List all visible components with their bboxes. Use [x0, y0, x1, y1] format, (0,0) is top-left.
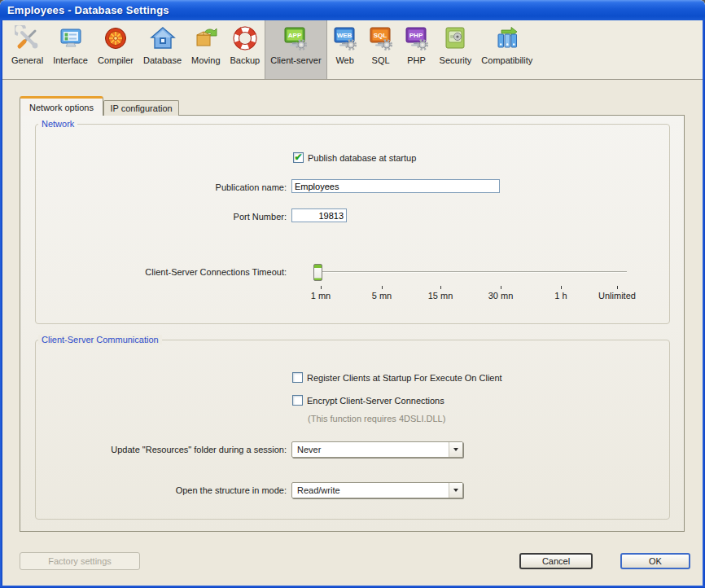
database-settings-dialog: Employees - Database Settings General — [0, 0, 705, 588]
cancel-label: Cancel — [542, 556, 570, 566]
window-border-left — [0, 18, 2, 588]
dropdown-value: Never — [292, 445, 449, 454]
checkmark-icon: ✔ — [294, 152, 302, 162]
web-server-icon: WEB — [332, 25, 358, 51]
communication-group-title: Client-Server Communication — [38, 335, 162, 344]
tab-label: IP configuration — [110, 103, 172, 113]
toolbar-button-backup[interactable]: Backup — [226, 20, 265, 79]
house-icon — [150, 25, 176, 51]
timeout-label: Client-Server Connections Timeout: — [106, 267, 287, 277]
toolbar-label: PHP — [407, 55, 426, 65]
tab-ip-configuration[interactable]: IP configuration — [103, 100, 179, 116]
timeout-slider-thumb[interactable] — [313, 264, 322, 281]
encrypt-connections-label: Encrypt Client-Server Connections — [307, 396, 444, 406]
publication-name-input[interactable] — [291, 179, 500, 193]
svg-text:WEB: WEB — [336, 32, 352, 39]
slider-tick-label: 5 mn — [349, 291, 414, 301]
svg-text:APP: APP — [288, 32, 302, 39]
factory-settings-label: Factory settings — [48, 556, 112, 566]
encrypt-requirement-note: (This function requires 4DSLI.DLL) — [308, 414, 445, 423]
toolbar-label: Compatibility — [481, 55, 532, 65]
moving-box-icon — [193, 25, 219, 51]
register-clients-checkbox[interactable] — [292, 372, 303, 383]
dropdown-button[interactable] — [449, 442, 462, 457]
tab-label: Network options — [29, 103, 94, 112]
toolbar-button-compiler[interactable]: Compiler — [93, 20, 138, 79]
lifebuoy-icon — [232, 25, 258, 51]
svg-text:PHP: PHP — [409, 32, 423, 39]
toolbar-label: Moving — [191, 55, 220, 65]
toolbar-button-interface[interactable]: Interface — [48, 20, 93, 79]
toolbar-button-compatibility[interactable]: Compatibility — [476, 20, 537, 79]
chevron-down-icon — [453, 489, 458, 492]
toolbar-button-sql[interactable]: SQL SQL — [363, 20, 399, 79]
php-server-icon: PHP — [404, 25, 430, 51]
monitor-checklist-icon — [58, 25, 84, 51]
cancel-button[interactable]: Cancel — [519, 553, 593, 569]
toolbar-label: Interface — [53, 55, 88, 65]
chevron-down-icon — [453, 448, 458, 451]
dropdown-value: Read/write — [292, 485, 449, 495]
network-group-title: Network — [38, 119, 77, 129]
register-clients-label: Register Clients at Startup For Execute … — [307, 373, 502, 383]
factory-settings-button: Factory settings — [20, 552, 140, 570]
resources-folder-dropdown[interactable]: Never — [291, 441, 463, 458]
toolbar-button-general[interactable]: General — [7, 20, 48, 79]
resources-folder-label: Update "Resources" folder during a sessi… — [81, 445, 287, 454]
security-safe-icon — [442, 25, 468, 51]
timeout-slider-track[interactable] — [317, 271, 627, 273]
port-number-label: Port Number: — [114, 212, 287, 222]
publish-database-label: Publish database at startup — [308, 153, 416, 163]
slider-tick — [321, 286, 322, 289]
publish-database-checkbox[interactable]: ✔ — [293, 152, 304, 163]
slider-tick — [617, 286, 618, 289]
tab-network-options[interactable]: Network options — [20, 96, 103, 116]
window-title: Employees - Database Settings — [0, 4, 169, 16]
toolbar-button-moving[interactable]: Moving — [186, 20, 225, 79]
title-bar[interactable]: Employees - Database Settings — [0, 0, 705, 20]
toolbar-button-client-server[interactable]: APP Client-server — [265, 20, 326, 79]
toolbar-label: SQL — [372, 55, 390, 65]
toolbar-button-database[interactable]: Database — [138, 20, 186, 79]
toolbar-label: Web — [335, 55, 353, 65]
ok-label: OK — [649, 556, 662, 566]
structure-mode-dropdown[interactable]: Read/write — [291, 482, 463, 498]
toolbar-button-security[interactable]: Security — [435, 20, 477, 79]
sql-server-icon: SQL — [368, 25, 394, 51]
settings-toolbar: General Interface C — [2, 20, 703, 80]
slider-tick — [561, 286, 562, 289]
port-number-input[interactable] — [291, 208, 347, 222]
slider-tick — [440, 286, 441, 289]
app-server-icon: APP — [282, 25, 309, 51]
slider-tick — [501, 286, 501, 289]
ok-button[interactable]: OK — [620, 553, 690, 569]
tools-icon — [15, 25, 41, 51]
toolbar-label: Security — [440, 55, 472, 65]
toolbar-button-web[interactable]: WEB Web — [327, 20, 363, 79]
toolbar-label: General — [11, 55, 43, 65]
toolbar-label: Client-server — [270, 55, 321, 65]
dropdown-button[interactable] — [449, 483, 462, 498]
toolbar-button-php[interactable]: PHP PHP — [399, 20, 435, 79]
structure-mode-label: Open the structure in mode: — [122, 485, 287, 495]
slider-tick-label: 1 h — [528, 291, 593, 301]
compiler-wheel-icon — [103, 25, 129, 51]
slider-tick — [382, 286, 383, 289]
toolbar-label: Compiler — [98, 55, 134, 65]
publication-name-label: Publication name: — [114, 182, 287, 192]
encrypt-connections-checkbox[interactable] — [292, 395, 303, 406]
slider-tick-label: 15 mn — [408, 291, 473, 301]
slider-tick-label: 1 mn — [288, 291, 353, 301]
svg-text:SQL: SQL — [373, 32, 387, 39]
compatibility-binders-icon — [494, 25, 520, 51]
slider-tick-label: Unlimited — [585, 291, 650, 301]
slider-tick-label: 30 mn — [468, 291, 533, 301]
toolbar-label: Backup — [230, 55, 261, 65]
toolbar-label: Database — [143, 55, 182, 65]
